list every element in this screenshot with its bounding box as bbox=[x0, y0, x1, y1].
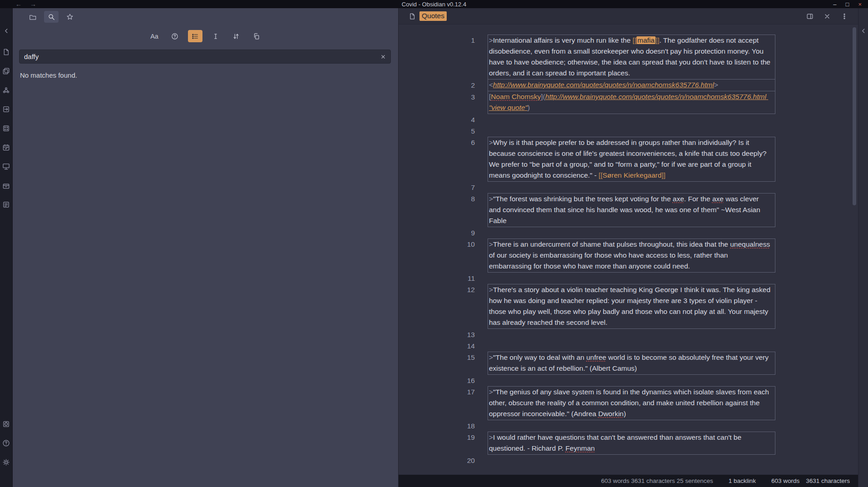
line-content: >"The only way to deal with an unfree wo… bbox=[488, 352, 775, 375]
expand-right-sidebar-icon[interactable] bbox=[860, 27, 867, 36]
help-icon bbox=[171, 33, 178, 40]
status-characters: 3631 characters bbox=[806, 477, 850, 484]
obsidian-window: ← → Covid - Obsidian v0.12.4 – □ × Aa No… bbox=[0, 0, 868, 487]
editor-line[interactable]: 17>"The genius of any slave system is fo… bbox=[399, 386, 858, 420]
editor[interactable]: 1>International affairs is very much run… bbox=[399, 25, 858, 475]
close-pane-icon[interactable] bbox=[824, 13, 831, 20]
line-number: 13 bbox=[399, 329, 475, 340]
line-content bbox=[488, 114, 775, 125]
help-icon[interactable] bbox=[2, 439, 10, 447]
editor-line[interactable]: 1>International affairs is very much run… bbox=[399, 35, 858, 80]
line-content bbox=[488, 227, 775, 239]
maximize-button[interactable]: □ bbox=[846, 1, 849, 8]
new-note-icon[interactable] bbox=[2, 48, 10, 56]
line-number: 12 bbox=[399, 284, 475, 329]
line-content: >There's a story about a violin teacher … bbox=[488, 284, 775, 329]
more-context-button[interactable] bbox=[188, 30, 202, 42]
editor-line[interactable]: 9 bbox=[399, 227, 858, 239]
editor-line[interactable]: 4 bbox=[399, 114, 858, 125]
editor-line[interactable]: 18 bbox=[399, 420, 858, 432]
line-number: 8 bbox=[399, 193, 475, 227]
star-icon bbox=[66, 13, 74, 20]
ribbon-top-icons bbox=[2, 48, 10, 209]
editor-line[interactable]: 6>Why is it that people prefer to be add… bbox=[399, 137, 858, 182]
close-button[interactable]: × bbox=[858, 1, 862, 8]
sidebar-tabs bbox=[13, 8, 398, 25]
line-number: 19 bbox=[399, 432, 475, 455]
editor-line[interactable]: 5 bbox=[399, 125, 858, 137]
search-row bbox=[19, 50, 391, 64]
explain-search-button[interactable] bbox=[168, 30, 182, 42]
line-content: >"The genius of any slave system is foun… bbox=[488, 386, 775, 420]
no-matches-text: No matches found. bbox=[20, 71, 398, 79]
template-icon[interactable] bbox=[2, 201, 10, 209]
editor-line[interactable]: 16 bbox=[399, 375, 858, 386]
editor-line[interactable]: 2<http://www.brainyquote.com/quotes/quot… bbox=[399, 80, 858, 91]
line-content bbox=[488, 125, 775, 137]
status-backlinks[interactable]: 1 backlink bbox=[729, 477, 756, 484]
editor-line[interactable]: 19>I would rather have questions that ca… bbox=[399, 432, 858, 455]
more-options-icon[interactable] bbox=[841, 13, 848, 20]
editor-content: 1>International affairs is very much run… bbox=[399, 25, 858, 466]
tab-starred[interactable] bbox=[63, 11, 77, 23]
sort-order-button[interactable] bbox=[229, 30, 243, 42]
line-number: 3 bbox=[399, 91, 475, 114]
note-icon bbox=[409, 13, 416, 20]
toggle-preview-icon[interactable] bbox=[806, 13, 814, 20]
quick-switcher-icon[interactable] bbox=[2, 105, 10, 113]
tab-search[interactable] bbox=[44, 11, 59, 23]
stacked-panes-icon[interactable] bbox=[2, 67, 10, 75]
line-number: 9 bbox=[399, 227, 475, 239]
search-input[interactable] bbox=[19, 50, 391, 64]
line-number: 20 bbox=[399, 455, 475, 466]
workspace: Aa No matches found. Quotes 1>Internatio… bbox=[0, 8, 868, 487]
presentation-icon[interactable] bbox=[2, 163, 10, 170]
graph-view-icon[interactable] bbox=[2, 86, 10, 94]
match-case-button[interactable]: Aa bbox=[147, 30, 162, 42]
folder-icon bbox=[29, 13, 36, 20]
settings-icon[interactable] bbox=[2, 458, 10, 466]
editor-line[interactable]: 12>There's a story about a violin teache… bbox=[399, 284, 858, 329]
copy-results-button[interactable] bbox=[249, 30, 264, 42]
archive-icon[interactable] bbox=[2, 182, 10, 189]
window-controls: – □ × bbox=[833, 1, 868, 8]
line-number: 11 bbox=[399, 273, 475, 284]
line-number: 7 bbox=[399, 182, 475, 193]
note-title: Quotes bbox=[419, 11, 447, 21]
editor-line[interactable]: 14 bbox=[399, 340, 858, 352]
line-number: 5 bbox=[399, 125, 475, 137]
line-number: 1 bbox=[399, 35, 475, 80]
left-ribbon bbox=[0, 8, 13, 487]
minimize-button[interactable]: – bbox=[833, 1, 836, 8]
line-number: 4 bbox=[399, 114, 475, 125]
collapse-results-button[interactable] bbox=[208, 30, 223, 42]
editor-line[interactable]: 3[Noam Chomsky](http://www.brainyquote.c… bbox=[399, 91, 858, 114]
random-note-icon[interactable] bbox=[2, 124, 10, 132]
line-number: 10 bbox=[399, 239, 475, 273]
editor-line[interactable]: 11 bbox=[399, 273, 858, 284]
line-content bbox=[488, 455, 775, 466]
editor-line[interactable]: 8>"The forest was shrinking but the tree… bbox=[399, 193, 858, 227]
collapse-left-sidebar-icon[interactable] bbox=[3, 27, 10, 35]
tab-file-explorer[interactable] bbox=[25, 11, 40, 23]
line-number: 2 bbox=[399, 80, 475, 91]
line-content: >"The forest was shrinking but the trees… bbox=[488, 193, 775, 227]
editor-line[interactable]: 15>"The only way to deal with an unfree … bbox=[399, 352, 858, 375]
line-content bbox=[488, 273, 775, 284]
editor-line[interactable]: 10>There is an undercurrent of shame tha… bbox=[399, 239, 858, 273]
vault-switcher-icon[interactable] bbox=[2, 420, 10, 428]
editor-scrollbar[interactable] bbox=[853, 27, 856, 205]
editor-pane: Quotes 1>International affairs is very m… bbox=[399, 8, 858, 487]
status-sentence-stats: 603 words 3631 characters 25 sentences bbox=[601, 477, 713, 484]
line-content: >International affairs is very much run … bbox=[488, 35, 775, 80]
editor-line[interactable]: 7 bbox=[399, 182, 858, 193]
clear-search-icon[interactable] bbox=[380, 53, 387, 62]
editor-line[interactable]: 13 bbox=[399, 329, 858, 340]
view-header: Quotes bbox=[399, 8, 858, 25]
editor-line[interactable]: 20 bbox=[399, 455, 858, 466]
calendar-icon[interactable] bbox=[2, 144, 10, 151]
right-sidebar-collapsed bbox=[858, 8, 868, 487]
status-word-count: 603 words 3631 characters bbox=[771, 477, 850, 484]
line-content: >There is an undercurrent of shame that … bbox=[488, 239, 775, 273]
line-content: [Noam Chomsky](http://www.brainyquote.co… bbox=[488, 91, 775, 114]
